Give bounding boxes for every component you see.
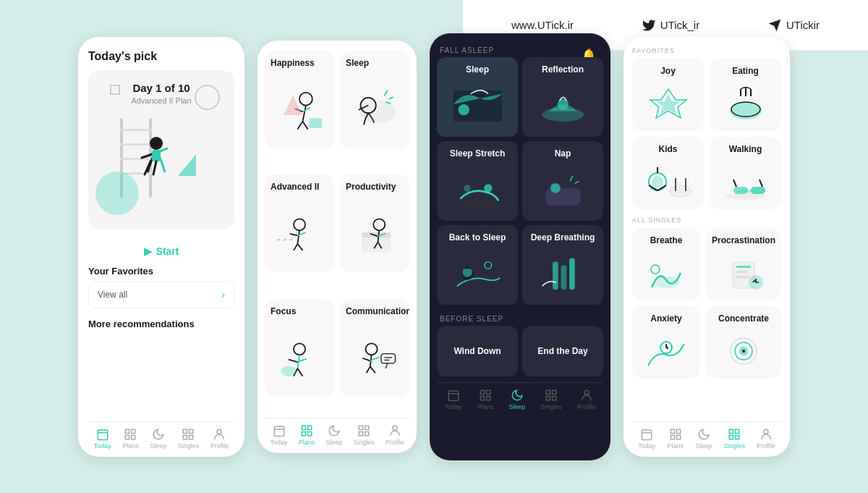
favorites-section-label: Your Favorites <box>88 266 234 277</box>
svg-marker-8 <box>178 154 196 176</box>
nav-profile-2[interactable]: Profile <box>386 424 404 446</box>
nav-today-3[interactable]: Today <box>445 389 462 410</box>
nav-profile[interactable]: Profile <box>210 428 229 450</box>
svg-rect-7 <box>152 150 161 161</box>
svg-rect-94 <box>736 276 749 278</box>
svg-point-83 <box>670 185 692 197</box>
sleep-card-nap[interactable]: Nap <box>522 141 603 221</box>
singles-section-label: ALL SINGLES <box>632 216 781 224</box>
svg-point-75 <box>584 390 589 395</box>
phone-sleep-dark: 🔔 FALL ASLEEP Sleep Reflection <box>430 33 610 460</box>
single-anxiety[interactable]: Anxiety <box>632 306 700 379</box>
day-card: Day 1 of 10 Advanced II Plan <box>88 70 234 229</box>
bottom-nav-1: Today Plans Sleep Singles Profile <box>88 421 234 457</box>
nav-singles-3[interactable]: Singles <box>540 389 562 410</box>
before-sleep-header: BEFORE SLEEP <box>437 311 603 326</box>
phone-today: Today's pick Day 1 of 10 Advanced II Pla… <box>78 37 244 457</box>
fav-joy[interactable]: Joy <box>632 59 704 131</box>
svg-rect-93 <box>736 271 747 273</box>
sleep-card-stretch[interactable]: Sleep Stretch <box>437 141 518 221</box>
svg-rect-101 <box>642 430 652 440</box>
nav-today-2[interactable]: Today <box>271 424 288 446</box>
nav-today-4[interactable]: Today <box>638 428 655 450</box>
plan-happiness[interactable]: Happiness <box>265 51 334 148</box>
fav-eating[interactable]: Eating <box>710 59 781 131</box>
plan-productivity[interactable]: Productivity <box>340 174 409 272</box>
nav-today[interactable]: Today <box>94 428 111 450</box>
svg-rect-88 <box>751 187 765 194</box>
svg-rect-68 <box>486 390 490 394</box>
svg-rect-38 <box>274 426 284 437</box>
single-procrastination[interactable]: Procrastination <box>706 228 781 300</box>
single-breathe[interactable]: Breathe <box>632 228 700 300</box>
start-button[interactable]: ▶ Start <box>88 245 234 257</box>
fav-walking[interactable]: Walking <box>710 137 781 209</box>
svg-rect-11 <box>126 429 129 433</box>
nav-plans-4[interactable]: Plans <box>667 428 684 450</box>
svg-rect-30 <box>362 232 391 237</box>
more-rec-label: More recommendations <box>88 319 234 329</box>
nav-profile-3[interactable]: Profile <box>577 389 596 410</box>
svg-point-54 <box>484 184 493 193</box>
svg-rect-65 <box>448 391 459 401</box>
end-day-card[interactable]: End the Day <box>522 326 603 376</box>
svg-rect-62 <box>553 261 558 289</box>
svg-rect-105 <box>671 435 674 439</box>
svg-rect-87 <box>733 187 748 194</box>
plan-communication[interactable]: Communication <box>340 299 409 397</box>
nav-plans[interactable]: Plans <box>122 428 139 450</box>
svg-point-55 <box>464 185 471 192</box>
svg-point-53 <box>453 199 501 208</box>
nav-singles-2[interactable]: Singles <box>353 424 375 446</box>
nav-profile-4[interactable]: Profile <box>757 428 775 450</box>
svg-point-34 <box>366 343 378 355</box>
sleep-card-sleep[interactable]: Sleep <box>437 57 518 137</box>
svg-rect-35 <box>381 353 396 363</box>
svg-rect-18 <box>190 435 193 439</box>
svg-rect-72 <box>553 390 556 394</box>
phone-favorites: FAVORITES Joy Eating <box>624 37 790 457</box>
nav-sleep-2[interactable]: Sleep <box>326 424 342 446</box>
view-all-label: View all <box>98 290 127 300</box>
svg-rect-4 <box>120 158 152 160</box>
bottom-nav-2: Today Plans Sleep Singles Profile <box>265 418 409 453</box>
svg-rect-2 <box>120 129 152 131</box>
svg-rect-71 <box>546 390 550 394</box>
fav-section-label: FAVORITES <box>632 47 781 54</box>
svg-point-50 <box>458 104 469 115</box>
sleep-card-deep-breathing[interactable]: Deep Breathing <box>522 225 603 305</box>
plan-sleep[interactable]: Sleep <box>340 51 409 148</box>
svg-rect-14 <box>132 435 135 439</box>
sleep-card-reflection[interactable]: Reflection <box>522 57 603 137</box>
fall-asleep-header: FALL ASLEEP <box>437 42 603 57</box>
plan-advanced[interactable]: Advanced II <box>265 174 334 272</box>
sleep-card-back[interactable]: Back to Sleep <box>437 225 518 305</box>
nav-sleep-3[interactable]: Sleep <box>509 389 525 410</box>
view-all-row[interactable]: View all › <box>88 281 234 308</box>
nav-plans-2[interactable]: Plans <box>299 424 315 446</box>
bottom-nav-3: Today Plans Sleep Singles Profile <box>437 382 603 418</box>
svg-rect-47 <box>365 431 369 435</box>
svg-point-111 <box>764 429 768 434</box>
wind-down-card[interactable]: Wind Down <box>437 326 518 376</box>
nav-sleep[interactable]: Sleep <box>150 428 166 450</box>
svg-rect-22 <box>309 118 322 127</box>
bottom-nav-4: Today Plans Sleep Singles Profile <box>632 421 781 457</box>
before-sleep-grid: Wind Down End the Day <box>437 326 603 376</box>
nav-sleep-4[interactable]: Sleep <box>695 428 712 450</box>
plans-grid: Happiness Sleep <box>265 51 409 418</box>
svg-rect-44 <box>359 426 362 429</box>
fav-kids[interactable]: Kids <box>632 137 704 209</box>
svg-point-31 <box>373 219 385 230</box>
nav-plans-3[interactable]: Plans <box>477 389 494 410</box>
before-sleep-section: BEFORE SLEEP Wind Down End the Day <box>437 311 603 376</box>
nav-singles-4[interactable]: Singles <box>724 428 746 450</box>
svg-rect-110 <box>736 435 739 439</box>
single-concentrate[interactable]: Concentrate <box>706 306 781 379</box>
svg-point-61 <box>485 261 492 269</box>
main-area: Today's pick Day 1 of 10 Advanced II Pla… <box>0 0 868 493</box>
singles-grid: Breathe Procrastination <box>632 228 781 379</box>
svg-point-89 <box>653 277 679 288</box>
nav-singles[interactable]: Singles <box>178 428 200 450</box>
plan-focus[interactable]: Focus <box>265 299 334 397</box>
